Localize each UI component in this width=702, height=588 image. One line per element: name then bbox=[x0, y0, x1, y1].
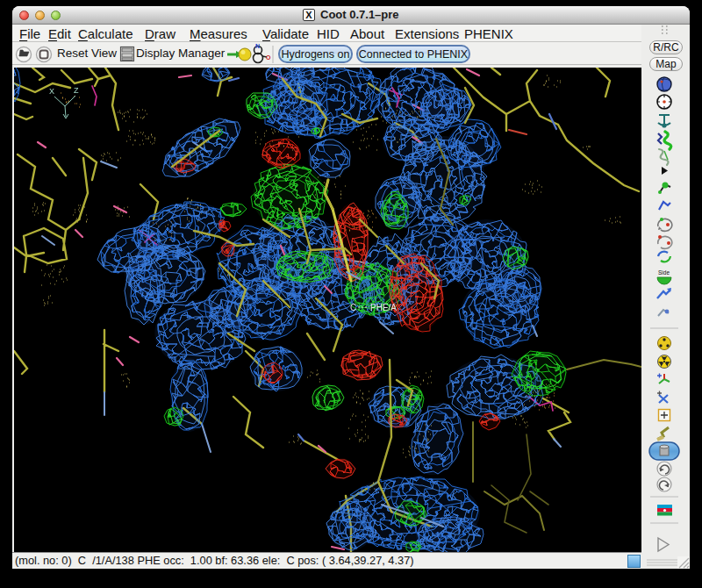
svg-text:N: N bbox=[255, 43, 260, 49]
svg-text:Side: Side bbox=[658, 269, 670, 276]
svg-text:PHE/A: PHE/A bbox=[370, 303, 397, 312]
svg-text:O: O bbox=[266, 54, 271, 61]
svg-text:X: X bbox=[49, 87, 54, 96]
svg-text:C: C bbox=[350, 303, 356, 312]
svg-text:Z: Z bbox=[74, 86, 79, 95]
